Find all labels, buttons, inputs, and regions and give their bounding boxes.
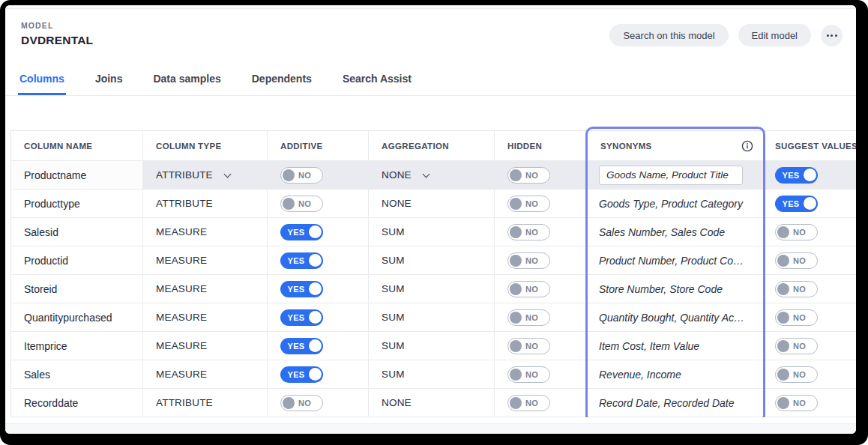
- table-header-row: COLUMN NAME COLUMN TYPE ADDITIVE AGGREGA…: [11, 131, 857, 161]
- suggest-values-toggle[interactable]: NO: [775, 366, 818, 383]
- cell-column-name: Salesid: [11, 218, 143, 246]
- table-row[interactable]: Storeid MEASURE YES SUM NO Store Number,…: [11, 275, 857, 303]
- tab-columns[interactable]: Columns: [18, 73, 66, 95]
- cell-column-type[interactable]: MEASURE: [143, 218, 268, 246]
- cell-column-name: Recorddate: [11, 389, 143, 417]
- cell-column-name: Sales: [11, 360, 143, 389]
- suggest-values-toggle[interactable]: NO: [775, 252, 818, 269]
- cell-column-type[interactable]: MEASURE: [143, 246, 268, 275]
- cell-synonyms[interactable]: Quantity Bought, Quantity Ac…: [588, 303, 765, 332]
- additive-toggle[interactable]: YES: [280, 252, 323, 269]
- more-options-button[interactable]: [821, 25, 843, 46]
- cell-synonyms[interactable]: Product Number, Product Co…: [588, 246, 765, 275]
- toggle-knob: [309, 311, 322, 324]
- cell-aggregation[interactable]: SUM: [369, 246, 495, 275]
- table-row[interactable]: Quantitypurchased MEASURE YES SUM NO Qua…: [11, 303, 857, 332]
- cell-aggregation[interactable]: NONE: [369, 389, 495, 417]
- column-header-synonyms: SYNONYMS: [588, 131, 765, 161]
- hidden-toggle[interactable]: NO: [507, 338, 550, 354]
- toggle-knob: [510, 169, 522, 181]
- additive-toggle[interactable]: YES: [280, 338, 323, 354]
- table-row[interactable]: Productid MEASURE YES SUM NO Product Num…: [11, 246, 857, 275]
- edit-model-button[interactable]: Edit model: [738, 24, 811, 46]
- additive-toggle[interactable]: YES: [280, 224, 323, 240]
- tab-joins[interactable]: Joins: [94, 73, 124, 95]
- additive-toggle[interactable]: YES: [280, 309, 323, 326]
- cell-column-type[interactable]: ATTRIBUTE: [143, 161, 268, 190]
- toggle-knob: [777, 255, 789, 267]
- table-row[interactable]: Salesid MEASURE YES SUM NO Sales Number,…: [11, 218, 857, 246]
- suggest-values-toggle[interactable]: YES: [775, 167, 818, 184]
- search-on-model-button[interactable]: Search on this model: [609, 24, 728, 46]
- toggle-knob: [283, 397, 295, 409]
- info-icon[interactable]: [741, 140, 753, 152]
- toggle-knob: [510, 198, 522, 210]
- cell-column-type[interactable]: ATTRIBUTE: [143, 389, 268, 417]
- suggest-values-toggle[interactable]: NO: [775, 338, 818, 354]
- cell-synonyms[interactable]: Goods Type, Product Category: [588, 190, 765, 218]
- cell-synonyms[interactable]: Item Cost, Item Value: [588, 332, 765, 360]
- columns-table-container: COLUMN NAME COLUMN TYPE ADDITIVE AGGREGA…: [10, 127, 856, 417]
- synonyms-input[interactable]: Goods Name, Product Title: [599, 166, 743, 185]
- cell-aggregation[interactable]: SUM: [369, 218, 495, 246]
- tab-search-assist[interactable]: Search Assist: [341, 73, 413, 95]
- hidden-toggle[interactable]: NO: [507, 224, 550, 240]
- cell-aggregation[interactable]: SUM: [369, 303, 495, 332]
- tab-bar: ColumnsJoinsData samplesDependentsSearch…: [5, 73, 856, 96]
- cell-additive: NO: [268, 389, 369, 417]
- additive-toggle[interactable]: NO: [280, 167, 323, 184]
- suggest-values-toggle[interactable]: NO: [775, 309, 818, 326]
- cell-synonyms[interactable]: Revenue, Income: [588, 360, 765, 389]
- additive-toggle[interactable]: YES: [280, 281, 323, 297]
- table-row[interactable]: Recorddate ATTRIBUTE NO NONE NO Record D…: [11, 389, 857, 417]
- suggest-values-toggle[interactable]: YES: [775, 196, 818, 212]
- hidden-toggle[interactable]: NO: [507, 309, 550, 326]
- suggest-values-toggle[interactable]: NO: [775, 281, 818, 297]
- cell-column-type[interactable]: MEASURE: [143, 275, 268, 303]
- toggle-knob: [283, 198, 295, 210]
- table-row[interactable]: Itemprice MEASURE YES SUM NO Item Cost, …: [11, 332, 857, 360]
- cell-suggest-values: YES: [765, 190, 857, 218]
- table-row[interactable]: Productname ATTRIBUTE NO NONE NO Goods N…: [11, 161, 857, 190]
- column-header-aggregation: AGGREGATION: [369, 131, 495, 161]
- cell-aggregation[interactable]: SUM: [369, 332, 495, 360]
- model-type-label: MODEL: [21, 21, 93, 30]
- additive-toggle[interactable]: NO: [280, 196, 323, 212]
- chevron-down-icon[interactable]: [223, 171, 231, 178]
- hidden-toggle[interactable]: NO: [507, 281, 550, 297]
- additive-toggle[interactable]: NO: [280, 395, 323, 411]
- tab-dependents[interactable]: Dependents: [250, 73, 313, 95]
- cell-synonyms[interactable]: Record Date, Recorded Date: [588, 389, 765, 417]
- ellipsis-icon: [835, 34, 837, 37]
- cell-synonyms[interactable]: Sales Number, Sales Code: [588, 218, 765, 246]
- cell-column-type[interactable]: MEASURE: [143, 303, 268, 332]
- additive-toggle[interactable]: YES: [280, 366, 323, 383]
- cell-column-type[interactable]: MEASURE: [143, 332, 268, 360]
- table-row[interactable]: Sales MEASURE YES SUM NO Revenue, Income…: [11, 360, 857, 389]
- cell-suggest-values: NO: [765, 332, 857, 360]
- suggest-values-toggle[interactable]: NO: [775, 224, 818, 240]
- cell-aggregation[interactable]: SUM: [369, 360, 495, 389]
- column-header-hidden: HIDDEN: [495, 131, 588, 161]
- hidden-toggle[interactable]: NO: [507, 196, 550, 212]
- cell-column-name: Productname: [11, 161, 143, 190]
- suggest-values-toggle[interactable]: NO: [775, 395, 818, 411]
- cell-additive: YES: [268, 218, 369, 246]
- cell-aggregation[interactable]: NONE: [369, 190, 495, 218]
- hidden-toggle[interactable]: NO: [507, 167, 550, 184]
- cell-column-type[interactable]: ATTRIBUTE: [143, 190, 268, 218]
- hidden-toggle[interactable]: NO: [507, 366, 550, 383]
- cell-column-name: Itemprice: [11, 332, 143, 360]
- cell-synonyms[interactable]: Goods Name, Product Title: [588, 161, 765, 190]
- cell-column-type[interactable]: MEASURE: [143, 360, 268, 389]
- hidden-toggle[interactable]: NO: [507, 395, 550, 411]
- table-row[interactable]: Producttype ATTRIBUTE NO NONE NO Goods T…: [11, 190, 857, 218]
- chevron-down-icon[interactable]: [422, 171, 430, 178]
- cell-synonyms[interactable]: Store Number, Store Code: [588, 275, 765, 303]
- hidden-toggle[interactable]: NO: [507, 252, 550, 269]
- cell-additive: YES: [268, 360, 369, 389]
- cell-column-name: Quantitypurchased: [11, 303, 143, 332]
- tab-data-samples[interactable]: Data samples: [151, 73, 222, 95]
- cell-aggregation[interactable]: NONE: [369, 161, 495, 190]
- cell-aggregation[interactable]: SUM: [369, 275, 495, 303]
